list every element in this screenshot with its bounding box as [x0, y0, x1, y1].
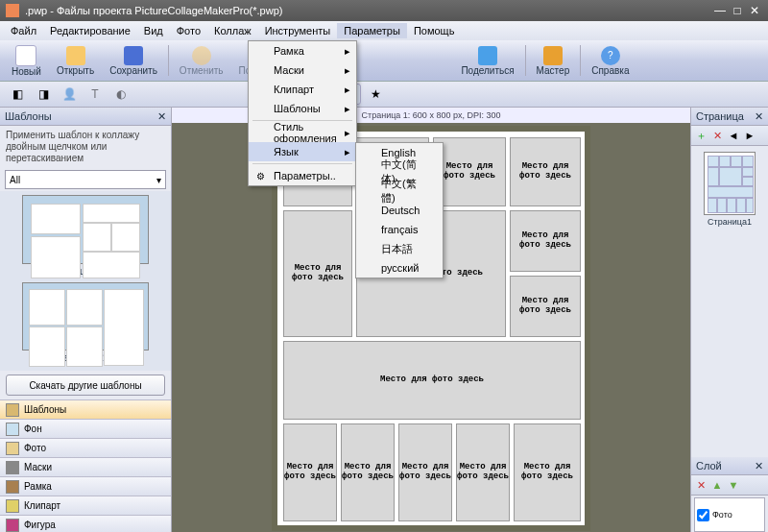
maximize-button[interactable]: □	[730, 4, 745, 17]
menu-help[interactable]: Помощь	[407, 23, 462, 38]
page-name-1: Страница1	[691, 217, 768, 227]
photo-cell[interactable]: Место для фото здесь	[510, 276, 581, 337]
menu-tools[interactable]: Инструменты	[258, 23, 338, 38]
window-title: .pwp - Файлы проекта PictureCollageMaker…	[25, 5, 710, 16]
star-btn[interactable]: ★	[364, 84, 387, 105]
photo-cell[interactable]: Место для фото здесь	[456, 423, 510, 521]
help-icon: ?	[601, 46, 620, 65]
new-button[interactable]: Новый	[4, 43, 49, 79]
delete-layer-icon[interactable]: ✕	[694, 478, 708, 492]
right-panel: Страница✕ ＋ ✕ ◄ ► Страница1 Слой✕ ✕ ▲ ▼ …	[690, 108, 768, 532]
tab-masks[interactable]: Маски	[0, 457, 171, 476]
menu-edit[interactable]: Редактирование	[43, 23, 137, 38]
open-button[interactable]: Открыть	[49, 44, 102, 78]
photo-cell[interactable]: Место для фото здесь	[283, 341, 581, 420]
secondary-toolbar: ◧ ◨ 👤 T ◐ 💾▾ 📁▾ ▶▾ ★	[0, 82, 768, 108]
tool-2[interactable]: ◨	[32, 84, 55, 105]
lang-chinese-traditional[interactable]: 中文(繁體)	[356, 181, 443, 201]
menu-item-params[interactable]: ⚙Параметры..	[249, 166, 356, 185]
menu-file[interactable]: Файл	[4, 23, 43, 38]
up-layer-icon[interactable]: ▲	[710, 478, 724, 492]
tool-4[interactable]: T	[84, 84, 107, 105]
toolbar: Новый Открыть Сохранить Отменить Повтори…	[0, 40, 768, 82]
app-icon	[6, 4, 19, 17]
undo-button[interactable]: Отменить	[172, 44, 231, 78]
photo-cell[interactable]: Место для фото здесь	[283, 423, 337, 521]
photo-cell[interactable]: Место для фото здесь	[510, 137, 581, 206]
menu-item-frame[interactable]: Рамка▸	[249, 41, 356, 60]
dropdown-icon: ▾	[156, 175, 161, 185]
open-icon	[66, 46, 85, 65]
tool-5[interactable]: ◐	[109, 84, 132, 105]
wand-icon	[543, 46, 563, 65]
menu-item-language[interactable]: Язык▸	[249, 142, 356, 161]
close-panel-icon[interactable]: ✕	[157, 110, 166, 123]
prev-page-icon[interactable]: ◄	[727, 129, 740, 142]
photo-cell[interactable]: Место для фото здесь	[514, 423, 581, 521]
language-submenu: English 中文(简体) 中文(繁體) Deutsch français 日…	[355, 142, 444, 278]
lang-russian[interactable]: русский	[356, 258, 443, 278]
add-page-icon[interactable]: ＋	[694, 129, 708, 142]
lang-german[interactable]: Deutsch	[356, 201, 443, 220]
params-menu: Рамка▸ Маски▸ Клипарт▸ Шаблоны▸ Стиль оф…	[248, 40, 357, 186]
share-icon	[478, 46, 497, 65]
tab-templates[interactable]: Шаблоны	[0, 399, 171, 419]
tool-3[interactable]: 👤	[58, 84, 81, 105]
undo-icon	[192, 46, 211, 65]
photo-cell[interactable]: Место для фото здесь	[398, 423, 452, 521]
tab-frame[interactable]: Рамка	[0, 476, 171, 496]
page-thumb-1[interactable]	[704, 152, 756, 215]
photo-cell[interactable]: Место для фото здесь	[283, 210, 352, 337]
menu-view[interactable]: Вид	[137, 23, 170, 38]
template-thumb-1[interactable]	[22, 195, 149, 264]
share-button[interactable]: Поделиться	[453, 44, 521, 78]
help-button[interactable]: ?Справка	[584, 44, 636, 78]
template-thumb-2[interactable]	[22, 282, 149, 351]
minimize-button[interactable]: —	[712, 4, 728, 17]
templates-title: Шаблоны	[5, 110, 52, 122]
templates-hint: Применить шаблон к коллажу двойным щелчк…	[0, 126, 171, 168]
master-button[interactable]: Мастер	[529, 44, 578, 78]
menu-params[interactable]: Параметры	[337, 23, 407, 38]
new-icon	[15, 45, 36, 66]
tab-photo[interactable]: Фото	[0, 438, 171, 457]
next-page-icon[interactable]: ►	[743, 129, 756, 142]
menu-item-style[interactable]: Стиль оформления▸	[249, 123, 356, 142]
layers-title: Слой	[696, 460, 722, 472]
photo-cell[interactable]: Место для фото здесь	[341, 423, 395, 521]
tab-shape[interactable]: Фигура	[0, 515, 171, 532]
layer-name: Фото	[712, 510, 732, 520]
download-templates-button[interactable]: Скачать другие шаблоны	[6, 375, 165, 396]
tab-clipart[interactable]: Клипарт	[0, 496, 171, 515]
layer-visible-checkbox[interactable]	[697, 509, 709, 521]
close-pages-icon[interactable]: ✕	[755, 110, 763, 123]
menu-collage[interactable]: Коллаж	[207, 23, 258, 38]
lang-french[interactable]: français	[356, 220, 443, 239]
close-layers-icon[interactable]: ✕	[755, 460, 763, 472]
tool-1[interactable]: ◧	[6, 84, 29, 105]
lang-japanese[interactable]: 日本語	[356, 239, 443, 258]
pages-title: Страница	[696, 110, 744, 122]
menu-item-masks[interactable]: Маски▸	[249, 60, 356, 80]
menu-item-templates[interactable]: Шаблоны▸	[249, 99, 356, 118]
menu-item-clipart[interactable]: Клипарт▸	[249, 80, 356, 99]
left-panel: Шаблоны✕ Применить шаблон к коллажу двой…	[0, 108, 172, 532]
template-filter[interactable]: All▾	[5, 170, 166, 189]
menu-bar: Файл Редактирование Вид Фото Коллаж Инст…	[0, 21, 768, 40]
down-layer-icon[interactable]: ▼	[727, 478, 740, 492]
tab-background[interactable]: Фон	[0, 419, 171, 438]
close-button[interactable]: ✕	[747, 4, 762, 17]
photo-cell[interactable]: Место для фото здесь	[510, 210, 581, 272]
save-icon	[124, 46, 143, 65]
layer-list[interactable]: Фото	[694, 497, 765, 532]
delete-page-icon[interactable]: ✕	[710, 129, 724, 142]
photo-cell[interactable]: Место для фото здесь	[433, 137, 506, 206]
save-button[interactable]: Сохранить	[102, 44, 165, 78]
menu-photo[interactable]: Фото	[170, 23, 207, 38]
gear-icon: ⚙	[253, 169, 267, 182]
